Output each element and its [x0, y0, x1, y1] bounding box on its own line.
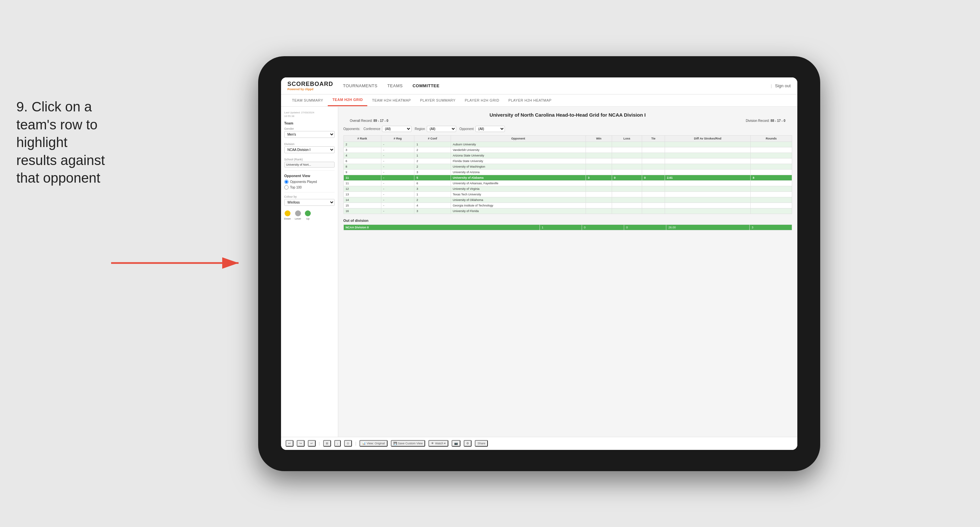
- radio-opponents-played[interactable]: Opponents Played: [284, 180, 335, 184]
- tab-player-h2h-heatmap[interactable]: PLAYER H2H HEATMAP: [504, 94, 556, 106]
- tablet-screen: SCOREBOARD Powered by clippd TOURNAMENTS…: [281, 77, 797, 450]
- cell-diff: [665, 208, 750, 214]
- cell-rounds: 8: [751, 175, 792, 180]
- left-panel: Last Updated: 27/03/2024 16:55:38 Team G…: [281, 107, 338, 437]
- table-row[interactable]: 14-2University of Oklahoma: [344, 197, 792, 202]
- cell-loss: [612, 147, 642, 153]
- cell-win: [585, 180, 612, 186]
- toolbar-share[interactable]: Share: [475, 440, 488, 447]
- table-row[interactable]: 2-1Auburn University: [344, 142, 792, 147]
- division-record: Division Record: 88 - 17 - 0: [746, 119, 785, 123]
- tab-player-h2h-grid[interactable]: PLAYER H2H GRID: [460, 94, 504, 106]
- cell-reg: -: [381, 147, 414, 153]
- cell-win: [585, 142, 612, 147]
- toolbar-watch[interactable]: 👁 Watch ▾: [428, 440, 448, 447]
- table-row[interactable]: 12-3University of Virginia: [344, 186, 792, 191]
- cell-loss: 0: [612, 175, 642, 180]
- toolbar-view-original[interactable]: 📊 View: Original: [360, 440, 387, 447]
- cell-tie: [642, 180, 665, 186]
- cell-rounds: [751, 180, 792, 186]
- cell-opponent: University of Virginia: [450, 186, 585, 191]
- table-row[interactable]: 9-3University of Arizona: [344, 169, 792, 175]
- toolbar-grid[interactable]: ⊞: [323, 440, 331, 447]
- cell-conf: 6: [414, 180, 450, 186]
- bottom-toolbar: ↩ ↪ ↩ | ⊞ ↓ ⊙ | 📊 View: Original 💾 Save …: [281, 437, 797, 450]
- nav-committee[interactable]: COMMITTEE: [412, 83, 439, 88]
- radio-top-100[interactable]: Top 100: [284, 185, 335, 189]
- table-row[interactable]: 3-2Vanderbilt University: [344, 147, 792, 153]
- region-filter-select[interactable]: (All): [427, 126, 456, 132]
- legend-level-label: Level: [295, 217, 301, 220]
- table-row[interactable]: 6-2Florida State University: [344, 158, 792, 164]
- cell-reg: -: [381, 180, 414, 186]
- legend-level: Level: [295, 210, 301, 220]
- division-select[interactable]: NCAA Division I: [284, 146, 335, 153]
- cell-conf: 3: [414, 169, 450, 175]
- toolbar-reset[interactable]: ↩: [308, 440, 316, 447]
- toolbar-save-custom[interactable]: 💾 Save Custom View: [391, 440, 425, 447]
- table-row[interactable]: 8-2University of Washington: [344, 164, 792, 169]
- table-row[interactable]: 16-3University of Florida: [344, 208, 792, 214]
- cell-rounds: [751, 164, 792, 169]
- tab-team-summary[interactable]: TEAM SUMMARY: [288, 94, 328, 106]
- table-header-row: # Rank # Reg # Conf Opponent Win Loss Ti…: [344, 135, 792, 142]
- cell-loss: [612, 142, 642, 147]
- table-row[interactable]: 11-5University of Alabama3002.618: [344, 175, 792, 180]
- cell-diff: [665, 191, 750, 197]
- logo-scoreboard: SCOREBOARD: [288, 81, 333, 88]
- cell-diff: 2.61: [665, 175, 750, 180]
- tab-team-h2h-grid[interactable]: TEAM H2H GRID: [328, 94, 367, 106]
- opponents-filter-label: Opponents:: [344, 127, 360, 131]
- instruction-label: 9. Click on a team's row to highlight re…: [16, 99, 105, 186]
- cell-opponent: University of Arizona: [450, 169, 585, 175]
- cell-diff: [665, 153, 750, 158]
- cell-loss: [612, 164, 642, 169]
- cell-opponent: University of Florida: [450, 208, 585, 214]
- cell-opponent: University of Alabama: [450, 175, 585, 180]
- toolbar-clock[interactable]: ⊙: [344, 440, 352, 447]
- cell-tie: [642, 208, 665, 214]
- cell-rank: 13: [344, 191, 381, 197]
- cell-reg: -: [381, 202, 414, 208]
- school-display: University of Nort...: [284, 162, 335, 167]
- school-group: School (Rank) University of Nort...: [284, 158, 335, 167]
- colour-by-label: Colour by: [284, 195, 335, 198]
- table-row[interactable]: 4-1Arizona State University: [344, 153, 792, 158]
- toolbar-undo[interactable]: ↩: [286, 440, 293, 447]
- cell-tie: [642, 186, 665, 191]
- toolbar-redo[interactable]: ↪: [297, 440, 305, 447]
- cell-reg: -: [381, 197, 414, 202]
- cell-loss: [612, 169, 642, 175]
- cell-rank: 2: [344, 142, 381, 147]
- nav-teams[interactable]: TEAMS: [387, 83, 402, 88]
- toolbar-screenshot[interactable]: 📷: [452, 440, 460, 447]
- table-row[interactable]: 11-6University of Arkansas, Fayetteville: [344, 180, 792, 186]
- nav-tournaments[interactable]: TOURNAMENTS: [343, 83, 378, 88]
- toolbar-settings[interactable]: ⚙: [464, 440, 471, 447]
- instruction-text: 9. Click on a team's row to highlight re…: [16, 98, 108, 187]
- cell-rank: 4: [344, 153, 381, 158]
- cell-win: [585, 169, 612, 175]
- toolbar-download[interactable]: ↓: [334, 440, 341, 447]
- cell-diff: [665, 186, 750, 191]
- tab-player-summary[interactable]: PLAYER SUMMARY: [415, 94, 460, 106]
- table-row[interactable]: 13-1Texas Tech University: [344, 191, 792, 197]
- table-row[interactable]: 15-4Georgia Institute of Technology: [344, 202, 792, 208]
- gender-select[interactable]: Men's: [284, 131, 335, 138]
- tab-team-h2h-heatmap[interactable]: TEAM H2H HEATMAP: [367, 94, 415, 106]
- out-of-division-table: NCAA Division II 1 0 0 26.00 3: [344, 224, 792, 230]
- out-of-division-label: Out of division: [344, 218, 792, 223]
- cell-rank: 8: [344, 164, 381, 169]
- nav-links: TOURNAMENTS TEAMS COMMITTEE: [343, 83, 771, 88]
- toolbar-sep1: |: [319, 441, 320, 446]
- out-of-division-row[interactable]: NCAA Division II 1 0 0 26.00 3: [344, 224, 792, 230]
- legend-up-dot: [305, 210, 311, 216]
- opponent-filter-group: Opponent (All): [460, 126, 505, 132]
- cell-rank: 15: [344, 202, 381, 208]
- colour-by-select[interactable]: Win/loss: [284, 199, 335, 206]
- legend-up-label: Up: [306, 217, 309, 220]
- opponent-filter-select[interactable]: (All): [476, 126, 505, 132]
- conference-filter-select[interactable]: (All): [382, 126, 411, 132]
- sign-out-button[interactable]: | Sign out: [771, 83, 791, 88]
- legend-down-dot: [285, 210, 291, 216]
